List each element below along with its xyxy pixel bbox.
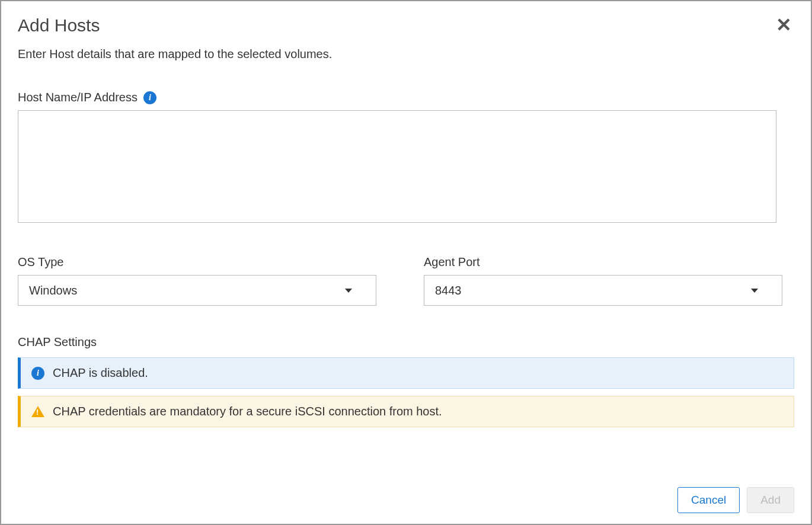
agent-port-field: Agent Port 8443: [424, 255, 782, 306]
os-type-value: Windows: [29, 284, 77, 297]
add-hosts-modal: Add Hosts ✕ Enter Host details that are …: [0, 0, 812, 525]
host-name-label-text: Host Name/IP Address: [18, 91, 138, 104]
close-icon[interactable]: ✕: [773, 15, 794, 34]
info-icon: i: [31, 367, 44, 380]
host-name-input[interactable]: [18, 110, 776, 223]
modal-title: Add Hosts: [18, 15, 100, 36]
agent-port-value: 8443: [435, 284, 462, 297]
info-icon[interactable]: i: [143, 91, 156, 104]
os-type-field: OS Type Windows: [18, 255, 376, 306]
os-type-label: OS Type: [18, 255, 376, 269]
add-button: Add: [747, 487, 794, 513]
chap-info-text: CHAP is disabled.: [53, 366, 148, 380]
agent-port-label: Agent Port: [424, 255, 782, 269]
chevron-down-icon: [345, 289, 352, 293]
agent-port-select[interactable]: 8443: [424, 275, 782, 306]
chap-warning-text: CHAP credentials are mandatory for a sec…: [53, 405, 442, 418]
form-row: OS Type Windows Agent Port 8443: [18, 255, 794, 306]
host-name-label: Host Name/IP Address i: [18, 91, 794, 104]
modal-header: Add Hosts ✕: [18, 15, 794, 36]
cancel-button[interactable]: Cancel: [677, 487, 740, 513]
chap-info-alert: i CHAP is disabled.: [18, 357, 794, 389]
modal-subtitle: Enter Host details that are mapped to th…: [18, 47, 794, 61]
warning-icon: [31, 406, 44, 417]
chevron-down-icon: [751, 289, 758, 293]
modal-footer: Cancel Add: [677, 487, 794, 513]
chap-settings-title: CHAP Settings: [18, 335, 794, 349]
chap-warning-alert: CHAP credentials are mandatory for a sec…: [18, 396, 794, 427]
os-type-select[interactable]: Windows: [18, 275, 376, 306]
